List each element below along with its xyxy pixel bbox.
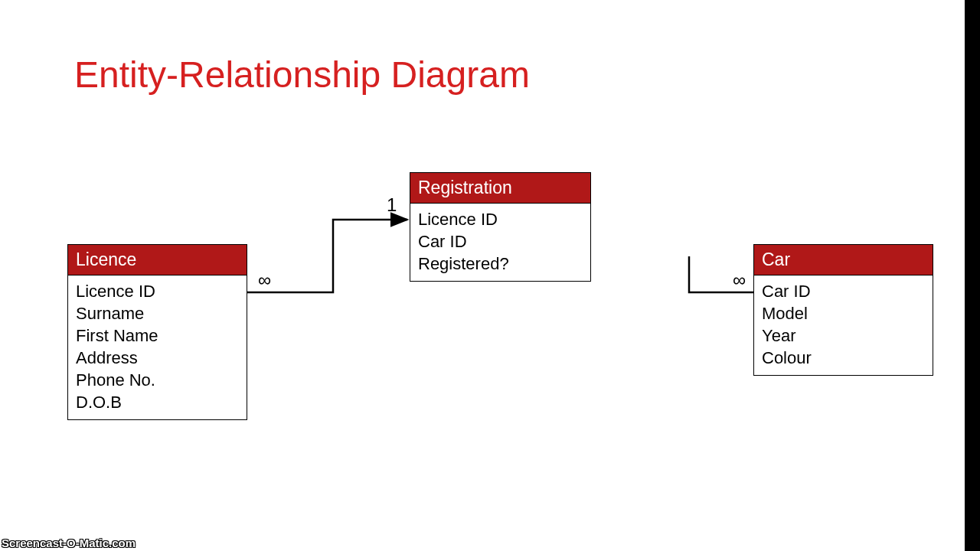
- car-attr: Car ID: [762, 280, 925, 302]
- entity-car-body: Car ID Model Year Colour: [754, 276, 933, 375]
- registration-attr: Licence ID: [418, 208, 583, 230]
- licence-attr: First Name: [76, 324, 239, 347]
- registration-attr: Car ID: [418, 230, 583, 253]
- connector-licence-registration: [247, 220, 407, 292]
- entity-registration-body: Licence ID Car ID Registered?: [410, 204, 590, 281]
- cardinality-many-car: ∞: [733, 269, 746, 291]
- watermark: Screencast-O-Matic.com: [2, 536, 136, 549]
- licence-attr: Surname: [76, 302, 239, 324]
- entity-licence-body: Licence ID Surname First Name Address Ph…: [68, 276, 247, 419]
- licence-attr: Address: [76, 347, 239, 369]
- car-attr: Year: [762, 324, 925, 347]
- entity-car: Car Car ID Model Year Colour: [753, 244, 933, 376]
- licence-attr: D.O.B: [76, 391, 239, 413]
- entity-licence-header: Licence: [68, 245, 247, 276]
- car-attr: Model: [762, 302, 925, 324]
- registration-attr: Registered?: [418, 253, 583, 275]
- licence-attr: Phone No.: [76, 369, 239, 391]
- diagram-title: Entity-Relationship Diagram: [74, 54, 530, 96]
- licence-attr: Licence ID: [76, 280, 239, 302]
- cardinality-one-registration: 1: [387, 194, 397, 216]
- entity-registration-header: Registration: [410, 173, 590, 204]
- cardinality-many-licence: ∞: [258, 269, 271, 291]
- entity-registration: Registration Licence ID Car ID Registere…: [410, 172, 591, 282]
- car-attr: Colour: [762, 347, 925, 369]
- entity-car-header: Car: [754, 245, 933, 276]
- right-black-border: [965, 0, 980, 551]
- entity-licence: Licence Licence ID Surname First Name Ad…: [67, 244, 247, 420]
